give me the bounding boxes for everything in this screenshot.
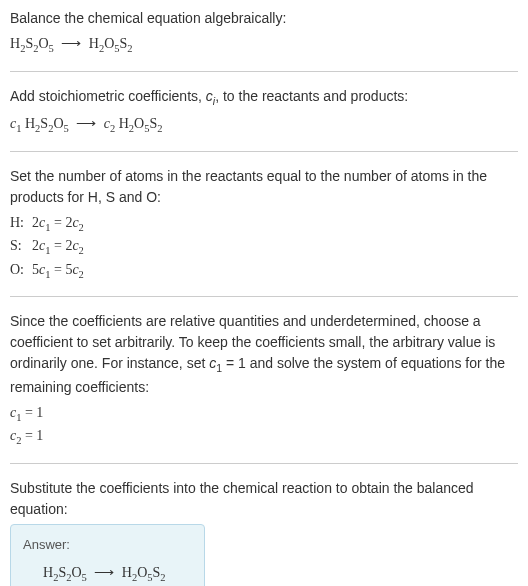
reactant-h: H: [10, 36, 20, 51]
h: H: [43, 565, 53, 580]
divider: [10, 151, 518, 152]
num: 2: [32, 215, 39, 230]
o: O: [71, 565, 81, 580]
sub: 2: [79, 269, 84, 280]
text-part: , to the reactants and products:: [215, 88, 408, 104]
unbalanced-equation: H2S2O5 ⟶ H2O5S2: [10, 33, 518, 57]
element-label: S:: [10, 235, 28, 259]
val: = 1: [21, 405, 43, 420]
s: S: [58, 565, 66, 580]
instruction-text: Balance the chemical equation algebraica…: [10, 8, 518, 29]
eq: =: [50, 215, 65, 230]
o: O: [134, 116, 144, 131]
product-h: H: [89, 36, 99, 51]
instruction-text: Substitute the coefficients into the che…: [10, 478, 518, 520]
section-balance-intro: Balance the chemical equation algebraica…: [10, 8, 518, 57]
sub: 5: [82, 572, 87, 583]
eq-row-o: O: 5c1 = 5c2: [10, 259, 518, 283]
reaction-arrow: ⟶: [76, 113, 96, 134]
text-part: Add stoichiometric coefficients,: [10, 88, 206, 104]
eq: = 1: [222, 355, 246, 371]
element-label: O:: [10, 259, 28, 283]
sub: 5: [49, 43, 54, 54]
element-label: H:: [10, 212, 28, 236]
sub: 2: [127, 43, 132, 54]
sub: 5: [64, 123, 69, 134]
coeff-symbol: c: [206, 88, 213, 104]
balance-equations: H: 2c1 = 2c2 S: 2c1 = 2c2 O: 5c1 = 5c2: [10, 212, 518, 283]
section-solve: Since the coefficients are relative quan…: [10, 311, 518, 449]
o: O: [137, 565, 147, 580]
section-atom-balance: Set the number of atoms in the reactants…: [10, 166, 518, 283]
o: O: [53, 116, 63, 131]
eq-body: 2c1 = 2c2: [32, 235, 84, 259]
reactant-o: O: [38, 36, 48, 51]
val: = 1: [21, 428, 43, 443]
s: S: [40, 116, 48, 131]
instruction-text: Add stoichiometric coefficients, ci, to …: [10, 86, 518, 110]
section-answer: Substitute the coefficients into the che…: [10, 478, 518, 586]
sub: 2: [79, 245, 84, 256]
eq-row-s: S: 2c1 = 2c2: [10, 235, 518, 259]
h: H: [119, 116, 129, 131]
solution-c2: c2 = 1: [10, 425, 518, 449]
num: 5: [32, 262, 39, 277]
answer-box: Answer: H2S2O5 ⟶ H2O5S2: [10, 524, 205, 586]
num: 2: [32, 238, 39, 253]
divider: [10, 463, 518, 464]
divider: [10, 71, 518, 72]
solution-c1: c1 = 1: [10, 402, 518, 426]
instruction-text: Since the coefficients are relative quan…: [10, 311, 518, 398]
reaction-arrow: ⟶: [61, 33, 81, 54]
sub: 2: [157, 123, 162, 134]
reactant-s: S: [25, 36, 33, 51]
balanced-equation: H2S2O5 ⟶ H2O5S2: [23, 562, 192, 586]
eq-body: 2c1 = 2c2: [32, 212, 84, 236]
eq: =: [50, 262, 65, 277]
h: H: [25, 116, 35, 131]
answer-label: Answer:: [23, 535, 192, 555]
reaction-arrow: ⟶: [94, 562, 114, 583]
eq-body: 5c1 = 5c2: [32, 259, 84, 283]
sub: 2: [160, 572, 165, 583]
eq: =: [50, 238, 65, 253]
instruction-text: Set the number of atoms in the reactants…: [10, 166, 518, 208]
coeff-equation: c1 H2S2O5 ⟶ c2 H2O5S2: [10, 113, 518, 137]
section-stoichiometric: Add stoichiometric coefficients, ci, to …: [10, 86, 518, 137]
h: H: [122, 565, 132, 580]
sub: 2: [79, 221, 84, 232]
divider: [10, 296, 518, 297]
eq-row-h: H: 2c1 = 2c2: [10, 212, 518, 236]
product-o: O: [104, 36, 114, 51]
